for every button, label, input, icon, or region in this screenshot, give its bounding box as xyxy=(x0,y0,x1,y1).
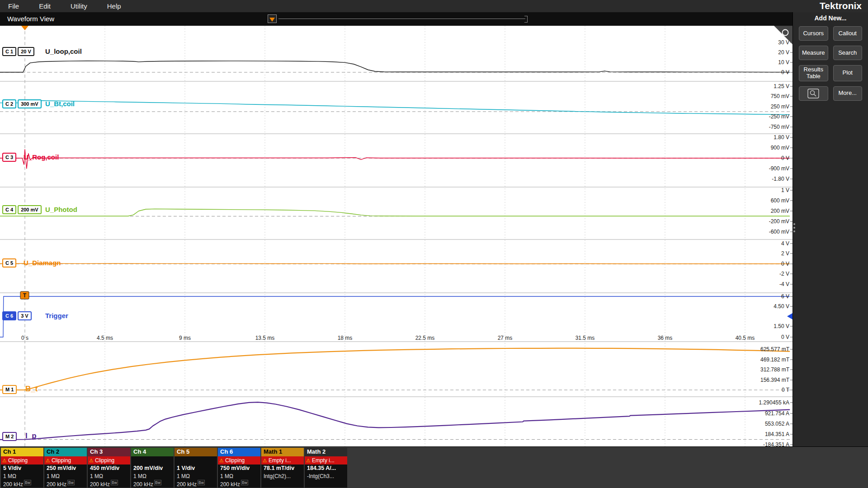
trace-C4 xyxy=(0,209,789,216)
channel-label-m1: B_t xyxy=(25,385,38,394)
axis-tick-label: 1 V xyxy=(781,187,789,193)
panel-resize-handle[interactable] xyxy=(793,223,795,232)
axis-tick-label: -750 mV xyxy=(769,124,789,130)
pan-zoom-overview-icon[interactable] xyxy=(268,14,277,23)
channel-badge-ch-5[interactable]: Ch 51 V/div1 MΩ200 kHzBw xyxy=(175,448,217,488)
trigger-level-arrow[interactable] xyxy=(787,313,793,319)
more-button[interactable]: More... xyxy=(833,86,863,101)
channel-badge-math-2[interactable]: Math 2⚠Empty i...184.35 A/...-Intg(Ch3..… xyxy=(305,448,347,488)
channel-handle-c1[interactable]: C 120 V xyxy=(2,47,36,56)
waveform-view-title[interactable]: Waveform View xyxy=(7,15,54,23)
channel-badge-ch-1[interactable]: Ch 1⚠Clipping5 V/div1 MΩ200 kHzBw xyxy=(1,448,43,488)
channel-label-c4: U_Photod xyxy=(45,206,77,213)
channel-scale-pill-c2[interactable]: 300 mV xyxy=(18,99,42,108)
trace-M1 xyxy=(0,348,789,390)
badge-impedance: 1 MΩ xyxy=(44,473,87,480)
badge-header: Ch 1 xyxy=(1,448,43,456)
badge-bandwidth xyxy=(305,480,347,488)
warning-label: Empty i... xyxy=(312,457,335,464)
plot-button[interactable]: Plot xyxy=(833,65,863,81)
axis-tick-label: 469.182 mT xyxy=(760,357,790,363)
pan-zoom-overview-endcap xyxy=(524,16,528,23)
channel-handle-m1[interactable]: M 1 xyxy=(2,385,18,394)
menu-bar: File Edit Utility Help xyxy=(0,0,868,12)
trigger-position-marker[interactable] xyxy=(21,26,28,30)
axis-tick-label: 0 V xyxy=(781,69,789,75)
time-tick-label: 22.5 ms xyxy=(415,335,435,341)
channel-pill-c3[interactable]: C 3 xyxy=(2,153,16,162)
axis-tick-label: 200 mV xyxy=(771,208,789,214)
badge-bandwidth xyxy=(261,480,304,488)
axis-tick-label: 921.754 A xyxy=(765,410,789,417)
oscilloscope-app: { "menu": {"items": ["File", "Edit", "Ut… xyxy=(0,0,868,488)
warning-icon: ⚠ xyxy=(219,458,224,464)
channel-pill-c6[interactable]: C 6 xyxy=(2,311,16,320)
channel-pill-m1[interactable]: M 1 xyxy=(2,385,17,394)
badge-impedance: 1 MΩ xyxy=(218,473,260,480)
axis-tick-label: 30 V xyxy=(778,39,789,46)
trace-C2 xyxy=(0,100,789,114)
axis-tick-label: -900 mV xyxy=(769,165,789,172)
menu-help[interactable]: Help xyxy=(107,2,121,10)
axis-tick-label: 312.788 mT xyxy=(760,366,790,373)
bottom-bar: Ch 1⚠Clipping5 V/div1 MΩ200 kHzBwCh 2⚠Cl… xyxy=(0,446,868,488)
zoom-button[interactable] xyxy=(799,86,828,101)
channel-scale-pill-c6[interactable]: 3 V xyxy=(18,311,32,320)
axis-tick-label: 1.80 V xyxy=(774,134,789,141)
tektronix-logo: Tektronix xyxy=(820,0,862,11)
badge-scale: 1 V/div xyxy=(175,465,217,473)
channel-pill-c1[interactable]: C 1 xyxy=(2,47,16,56)
channel-label-m2: I_p xyxy=(25,432,37,441)
channel-handle-c4[interactable]: C 4200 mV xyxy=(2,205,43,214)
channel-pill-m2[interactable]: M 2 xyxy=(2,432,17,441)
badge-bandwidth: 200 kHzBw xyxy=(131,480,174,488)
badge-header: Ch 2 xyxy=(44,448,87,456)
warning-label: Clipping xyxy=(95,457,114,464)
time-tick-label: 31.5 ms xyxy=(576,335,595,341)
warning-icon: ⚠ xyxy=(2,458,7,464)
channel-handle-c5[interactable]: C 5 xyxy=(2,258,18,267)
channel-handle-c3[interactable]: C 3 xyxy=(2,153,18,162)
warning-icon: ⚠ xyxy=(263,458,267,464)
badge-scale: 450 mV/div xyxy=(88,465,130,473)
menu-utility[interactable]: Utility xyxy=(71,2,87,10)
menu-edit[interactable]: Edit xyxy=(39,2,51,10)
time-tick-label: 27 ms xyxy=(498,335,513,341)
channel-handle-c2[interactable]: C 2300 mV xyxy=(2,99,43,108)
pan-zoom-overview-bar[interactable] xyxy=(278,19,525,19)
waveform-plot[interactable]: 30 V20 V10 V0 V1.25 V750 mV250 mV-250 mV… xyxy=(0,26,793,446)
trace-C1 xyxy=(0,61,789,72)
time-tick-label: 13.5 ms xyxy=(255,335,275,341)
results-table-button[interactable]: Results Table xyxy=(799,65,828,81)
channel-badge-math-1[interactable]: Math 1⚠Empty i...78.1 mT/divIntg(Ch2)... xyxy=(261,448,304,488)
channel-pill-c4[interactable]: C 4 xyxy=(2,205,16,214)
callout-button[interactable]: Callout xyxy=(833,26,863,41)
trace-M2 xyxy=(0,402,789,440)
bandwidth-limit-icon: Bw xyxy=(241,480,248,485)
channel-badge-ch-6[interactable]: Ch 6⚠Clipping750 mV/div1 MΩ200 kHzBw xyxy=(218,448,260,488)
channel-handle-c6[interactable]: C 63 V xyxy=(2,311,33,320)
channel-scale-pill-c4[interactable]: 200 mV xyxy=(18,205,42,214)
channel-pill-c5[interactable]: C 5 xyxy=(2,258,16,267)
cursors-button[interactable]: Cursors xyxy=(799,26,828,41)
badge-scale: 5 V/div xyxy=(1,465,43,473)
channel-handle-m2[interactable]: M 2 xyxy=(2,432,18,441)
warning-icon: ⚠ xyxy=(89,458,94,464)
axis-tick-label: 10 V xyxy=(778,59,789,66)
badge-impedance: -Intg(Ch3... xyxy=(305,473,347,480)
channel-label-c6: Trigger xyxy=(45,312,68,319)
channel-badge-ch-2[interactable]: Ch 2⚠Clipping250 mV/div1 MΩ200 kHzBw xyxy=(44,448,87,488)
trigger-flag-icon xyxy=(269,18,275,22)
channel-badge-ch-4[interactable]: Ch 4200 mV/div1 MΩ200 kHzBw xyxy=(131,448,174,488)
search-button[interactable]: Search xyxy=(833,46,863,60)
trace-C5 xyxy=(0,263,789,264)
axis-tick-label: 625.577 mT xyxy=(760,346,790,352)
menu-file[interactable]: File xyxy=(8,2,19,10)
channel-scale-pill-c1[interactable]: 20 V xyxy=(18,47,34,56)
badge-impedance: 1 MΩ xyxy=(131,473,174,480)
measure-button[interactable]: Measure xyxy=(799,46,828,60)
zoom-corner-magnifier-handle xyxy=(780,35,783,39)
channel-pill-c2[interactable]: C 2 xyxy=(2,99,16,108)
channel-badge-ch-3[interactable]: Ch 3⚠Clipping450 mV/div1 MΩ200 kHzBw xyxy=(88,448,130,488)
badge-bandwidth: 200 kHzBw xyxy=(88,480,130,488)
